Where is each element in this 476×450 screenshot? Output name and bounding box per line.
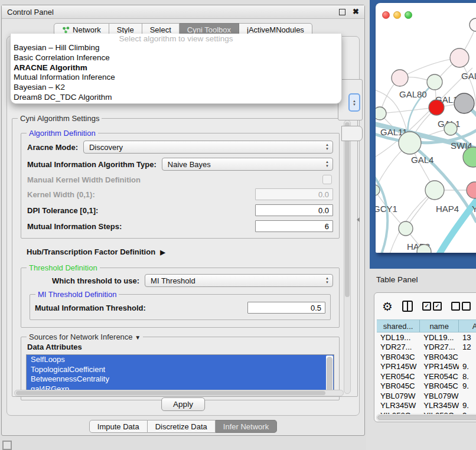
network-node-gal4[interactable]: [399, 132, 421, 154]
tab-impute-data[interactable]: Impute Data: [89, 420, 148, 433]
mi-threshold-field[interactable]: [247, 302, 325, 314]
table-row[interactable]: YPR145WYPR145W9.: [377, 362, 476, 372]
data-attributes-list[interactable]: SelfLoopsTopologicalCoefficientBetweenne…: [26, 354, 334, 395]
network-node-gal10[interactable]: [427, 74, 442, 90]
table-row[interactable]: YBR045CYBR045C9.: [377, 381, 476, 392]
kernel-width-label: Kernel Width (0,1):: [27, 190, 95, 199]
table-horizontal-scrollbar[interactable]: [376, 414, 476, 421]
algorithm-option[interactable]: Basic Correlation Inference: [11, 53, 341, 63]
float-window-icon[interactable]: [339, 9, 345, 15]
network-node-hap4[interactable]: [425, 181, 444, 200]
network-node[interactable]: [454, 93, 474, 113]
table-cell: YLR345W: [377, 401, 420, 410]
mi-threshold-label: Mutual Information Threshold:: [35, 304, 146, 312]
tab-discretize-data[interactable]: Discretize Data: [148, 420, 216, 433]
scrollbar-thumb[interactable]: [327, 357, 332, 393]
table-row[interactable]: YDL19...YDL19...13: [377, 332, 476, 343]
scrollbar-thumb[interactable]: [377, 415, 476, 420]
split-pane-handle-icon[interactable]: [357, 217, 360, 222]
network-node-swi4[interactable]: [444, 122, 457, 135]
algorithm-option[interactable]: Bayesian – K2: [11, 83, 341, 93]
apply-button[interactable]: Apply: [161, 397, 205, 411]
node-table[interactable]: shared...nameAYDL19...YDL19...13YDR27...…: [377, 319, 476, 422]
table-row[interactable]: YER054CYER054C8.: [377, 371, 476, 381]
mi-steps-label: Mutual Information Steps:: [27, 222, 122, 231]
cyni-algorithm-settings-group: Cyni Algorithm Settings Algorithm Defini…: [12, 118, 358, 397]
network-view-window[interactable]: GALGAL80GAL10GAL1GAL11SWI4GAL4GCY1HAP4YH…: [376, 3, 476, 253]
collapsed-panel-icon[interactable]: [2, 441, 12, 450]
algorithm-dropdown-popup: Select algorithm to view settings Bayesi…: [10, 34, 342, 104]
node-label: GAL4: [411, 155, 433, 165]
network-node-gal80[interactable]: [392, 70, 408, 86]
which-threshold-label: Which threshold to use:: [52, 276, 139, 285]
network-node[interactable]: [470, 18, 476, 31]
table-cell: YLR345W: [420, 401, 459, 410]
network-node-gal[interactable]: [450, 48, 469, 67]
column-header-1[interactable]: shared...: [377, 319, 420, 332]
table-row[interactable]: YDR27...YDR27...12: [377, 343, 476, 353]
manual-kernel-label: Manual Kernel Width Definition: [27, 175, 141, 184]
dpi-tolerance-field[interactable]: [255, 204, 333, 216]
threshold-definition-group: Threshold Definition Which threshold to …: [21, 268, 340, 328]
minimize-traffic-light-icon[interactable]: [393, 11, 401, 19]
tab-label: Impute Data: [97, 422, 139, 431]
node-label: HAP4: [436, 204, 459, 214]
network-canvas[interactable]: GALGAL80GAL10GAL1GAL11SWI4GAL4GCY1HAP4YH…: [376, 3, 476, 253]
settings-vertical-scrollbar[interactable]: [344, 120, 351, 394]
table-row[interactable]: YBR043CYBR043C: [377, 352, 476, 362]
table-cell: YDL19...: [377, 333, 420, 342]
mi-steps-field[interactable]: [255, 220, 333, 232]
control-panel-title: Control Panel: [7, 8, 339, 17]
scrollbar-thumb[interactable]: [345, 122, 350, 297]
table-row[interactable]: YLR345WYLR345W9.: [377, 401, 476, 411]
deselect-checkbox-icon[interactable]: [451, 302, 471, 311]
attribute-item-selected[interactable]: TopologicalCoefficient: [27, 365, 334, 375]
table-toolbar: ⚙ ✓✓: [374, 293, 476, 319]
table-cell: 8.: [459, 372, 476, 381]
close-icon[interactable]: ✖: [353, 9, 359, 15]
close-traffic-light-icon[interactable]: [382, 11, 390, 19]
stepper-icon: ▲▼: [325, 143, 329, 151]
column-header-3[interactable]: A: [459, 319, 476, 332]
network-node-hap2[interactable]: [399, 221, 413, 236]
window-controls: [382, 11, 412, 19]
list-vertical-scrollbar[interactable]: [326, 356, 333, 394]
algorithm-definition-group: Algorithm Definition Aracne Mode: Discov…: [21, 133, 340, 239]
table-cell: YBL079W: [420, 392, 459, 400]
table-cell: 13: [459, 333, 476, 342]
select-all-checkbox-icon[interactable]: ✓✓: [422, 302, 442, 311]
attribute-item-selected[interactable]: BetweennessCentrality: [27, 374, 334, 384]
algorithm-option[interactable]: Dream8 DC_TDC Algorithm: [11, 93, 341, 103]
hub-definition-label: Hub/Transcription Factor Definition: [27, 247, 155, 256]
zoom-traffic-light-icon[interactable]: [405, 11, 412, 19]
network-node-y[interactable]: [467, 182, 476, 198]
aracne-mode-row: Aracne Mode: Discovery ▲▼: [27, 141, 333, 154]
settings-gear-icon[interactable]: ⚙: [382, 301, 393, 312]
stepper-icon: ▲▼: [325, 276, 329, 285]
dpi-tolerance-label: DPI Tolerance [0,1]:: [27, 206, 98, 215]
settings-horizontal-scrollbar[interactable]: [14, 390, 344, 396]
network-node-gal11[interactable]: [376, 107, 386, 120]
hub-definition-expander[interactable]: Hub/Transcription Factor Definition▶: [27, 247, 357, 256]
network-node-gal1[interactable]: [429, 100, 444, 115]
algorithm-option[interactable]: Bayesian – Hill Climbing: [11, 43, 341, 53]
attribute-item-selected[interactable]: SelfLoops: [27, 355, 334, 365]
table-row[interactable]: YBL079WYBL079W: [377, 391, 476, 401]
table-cell: YBL079W: [377, 392, 420, 400]
which-threshold-select[interactable]: MI Threshold ▲▼: [145, 274, 333, 287]
mi-type-select[interactable]: Naive Bayes ▲▼: [162, 158, 333, 171]
column-layout-icon[interactable]: [402, 301, 413, 312]
manual-kernel-checkbox[interactable]: [322, 175, 332, 184]
algorithm-option[interactable]: Mutual Information Inference: [11, 73, 341, 83]
sources-title[interactable]: Sources for Network Inference ▼: [27, 332, 143, 341]
threshold-definition-title: Threshold Definition: [27, 263, 100, 272]
tab-infer-network[interactable]: Infer Network: [216, 420, 277, 433]
table-cell: YER054C: [377, 372, 420, 381]
algorithm-option[interactable]: ARACNE Algorithm: [11, 63, 341, 73]
aracne-mode-select[interactable]: Discovery ▲▼: [83, 141, 333, 154]
table-cell: 9.: [459, 401, 476, 410]
manual-kernel-row: Manual Kernel Width Definition: [27, 175, 333, 184]
scrollbar-thumb[interactable]: [16, 391, 325, 395]
column-header-2[interactable]: name: [420, 319, 459, 332]
obscured-focused-stepper: ▲▼: [348, 93, 360, 112]
